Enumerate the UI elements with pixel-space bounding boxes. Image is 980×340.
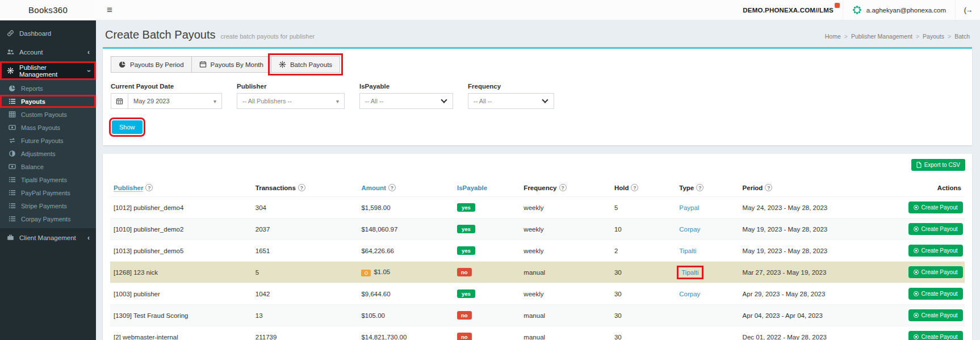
sidebar-item-label: Payouts bbox=[21, 98, 45, 105]
target-icon bbox=[914, 248, 919, 253]
sidebar-item-stripe-payments[interactable]: Stripe Payments bbox=[0, 199, 96, 212]
info-icon[interactable]: ? bbox=[765, 184, 772, 191]
create-payout-button[interactable]: Create Payout bbox=[908, 245, 963, 257]
publisher-select[interactable]: -- All Publishers -- ▾ bbox=[237, 93, 345, 109]
target-icon bbox=[914, 334, 919, 339]
frequency-cell: manual bbox=[520, 305, 611, 326]
amount-cell: $14,821,730.00 bbox=[358, 326, 454, 340]
type-link[interactable]: Tipalti bbox=[679, 268, 701, 277]
tab-batch-payouts[interactable]: Batch Payouts bbox=[271, 56, 340, 73]
sidebar-item-paypal-payments[interactable]: PayPal Payments bbox=[0, 186, 96, 199]
amount-value: $1.05 bbox=[374, 268, 390, 275]
sidebar-item-balance[interactable]: Balance bbox=[0, 160, 96, 173]
publisher-cell: [1013] publisher_demo5 bbox=[110, 240, 252, 262]
filter-frequency: Frequency -- All -- bbox=[468, 83, 554, 109]
publisher-cell: [1268] 123 nick bbox=[110, 262, 252, 283]
create-payout-button[interactable]: Create Payout bbox=[908, 288, 963, 300]
breadcrumb-item-payouts[interactable]: Payouts bbox=[923, 33, 944, 40]
info-icon[interactable]: ? bbox=[631, 184, 638, 191]
period-cell: Dec 01, 2022 - May 28, 2023 bbox=[739, 326, 905, 340]
target-icon bbox=[914, 205, 919, 210]
sidebar-item-adjustments[interactable]: Adjustments bbox=[0, 147, 96, 160]
frequency-select[interactable]: -- All -- bbox=[468, 93, 554, 109]
column-header-publisher[interactable]: Publisher? bbox=[110, 179, 252, 197]
sidebar-item-publisher-management[interactable]: Publisher Management ‹ bbox=[0, 61, 96, 80]
show-button[interactable]: Show bbox=[112, 120, 143, 134]
column-header-frequency[interactable]: Frequency? bbox=[520, 179, 611, 197]
tab-payouts-by-month[interactable]: Payouts By Month bbox=[191, 56, 271, 73]
column-header-amount[interactable]: Amount? bbox=[358, 179, 454, 197]
table-row: [1013] publisher_demo5 1651 $64,226.66 y… bbox=[110, 240, 965, 262]
sidebar-toggle-button[interactable]: ≡ bbox=[96, 0, 123, 20]
logout-button[interactable]: (→ bbox=[955, 0, 980, 20]
frequency-cell: weekly bbox=[520, 219, 611, 240]
pie-chart-icon bbox=[119, 61, 126, 68]
file-icon bbox=[916, 162, 922, 168]
link-icon bbox=[6, 30, 14, 37]
sidebar-item-mass-payouts[interactable]: Mass Payouts bbox=[0, 121, 96, 134]
column-header-transactions[interactable]: Transactions? bbox=[252, 179, 358, 197]
create-payout-button[interactable]: Create Payout bbox=[908, 309, 963, 321]
info-icon[interactable]: ? bbox=[298, 184, 305, 191]
info-icon[interactable]: ? bbox=[145, 184, 153, 191]
period-cell: Mar 27, 2023 - May 19, 2023 bbox=[739, 262, 905, 283]
column-header-type[interactable]: Type? bbox=[676, 179, 739, 197]
table-row: [2] webmaster-internal 211739 $14,821,73… bbox=[110, 326, 965, 340]
user-menu[interactable]: a.aghekyan@phonexa.com bbox=[843, 0, 955, 20]
info-icon[interactable]: ? bbox=[559, 184, 567, 191]
export-to-csv-button[interactable]: Export to CSV bbox=[911, 159, 965, 171]
column-header-hold[interactable]: Hold? bbox=[611, 179, 676, 197]
create-payout-button[interactable]: Create Payout bbox=[908, 202, 963, 213]
repeat-icon bbox=[8, 137, 16, 144]
filter-label: Frequency bbox=[468, 83, 554, 90]
create-payout-button[interactable]: Create Payout bbox=[908, 331, 963, 340]
sidebar-item-payouts[interactable]: Payouts bbox=[0, 95, 96, 108]
info-icon[interactable]: ? bbox=[388, 184, 396, 191]
transactions-cell: 211739 bbox=[252, 326, 358, 340]
is-payable-badge: yes bbox=[457, 225, 475, 233]
payout-date-select[interactable]: May 29 2023 ▾ bbox=[111, 93, 222, 109]
sidebar-item-label: Publisher Management bbox=[19, 64, 82, 78]
sidebar-item-tipalti-payments[interactable]: Tipalti Payments bbox=[0, 173, 96, 186]
hamburger-icon: ≡ bbox=[107, 5, 112, 16]
chevron-down-icon bbox=[542, 96, 548, 103]
table-header-row: Publisher? Transactions? Amount? IsPayab… bbox=[110, 179, 965, 197]
is-payable-select[interactable]: -- All -- bbox=[359, 93, 453, 109]
target-icon bbox=[914, 313, 919, 318]
money-icon bbox=[8, 124, 16, 131]
sidebar-item-dashboard[interactable]: Dashboard bbox=[0, 24, 96, 43]
type-link[interactable]: Corpay bbox=[679, 291, 700, 297]
sidebar-item-corpay-payments[interactable]: Corpay Payments bbox=[0, 212, 96, 225]
amount-cell: $9,644.60 bbox=[358, 283, 454, 305]
frequency-cell: manual bbox=[520, 326, 611, 340]
column-header-period[interactable]: Period? bbox=[739, 179, 905, 197]
pie-chart-icon bbox=[8, 85, 16, 92]
filter-current-payout-date: Current Payout Date May 29 2023 ▾ bbox=[111, 83, 222, 109]
type-link[interactable]: Corpay bbox=[679, 226, 700, 233]
is-payable-badge: no bbox=[457, 268, 472, 276]
breadcrumb-item-publisher-management[interactable]: Publisher Management bbox=[851, 33, 912, 40]
frequency-cell: weekly bbox=[520, 283, 611, 305]
sidebar-item-future-payouts[interactable]: Future Payouts bbox=[0, 134, 96, 147]
period-cell: Apr 29, 2023 - May 28, 2023 bbox=[739, 283, 905, 305]
tab-label: Payouts By Month bbox=[211, 61, 263, 68]
breadcrumb-item-home[interactable]: Home bbox=[825, 33, 841, 40]
sidebar: Dashboard Account ‹ Publisher Management… bbox=[0, 20, 96, 340]
column-header-is-payable[interactable]: IsPayable bbox=[454, 179, 520, 197]
create-payout-button[interactable]: Create Payout bbox=[908, 266, 963, 278]
sidebar-item-reports[interactable]: Reports bbox=[0, 82, 96, 95]
sidebar-item-label: Adjustments bbox=[21, 150, 56, 157]
main-content: Create Batch Payouts create batch payout… bbox=[96, 20, 980, 340]
type-link[interactable]: Tipalti bbox=[679, 247, 696, 254]
tab-payouts-by-period[interactable]: Payouts By Period bbox=[111, 56, 192, 73]
create-payout-button[interactable]: Create Payout bbox=[908, 223, 963, 235]
sidebar-item-custom-payouts[interactable]: Custom Payouts bbox=[0, 108, 96, 121]
info-icon[interactable]: ? bbox=[696, 184, 703, 191]
payouts-table: Publisher? Transactions? Amount? IsPayab… bbox=[110, 179, 965, 340]
sidebar-item-account[interactable]: Account ‹ bbox=[0, 43, 96, 61]
is-payable-badge: no bbox=[457, 311, 472, 320]
sidebar-item-client-management[interactable]: Client Management ‹ bbox=[0, 228, 96, 247]
table-row: [1010] publisher_demo2 2037 $148,060.97 … bbox=[110, 219, 965, 240]
type-link[interactable]: Paypal bbox=[679, 204, 699, 211]
environment-switcher[interactable]: DEMO.PHONEXA.COM//LMS bbox=[734, 0, 842, 20]
